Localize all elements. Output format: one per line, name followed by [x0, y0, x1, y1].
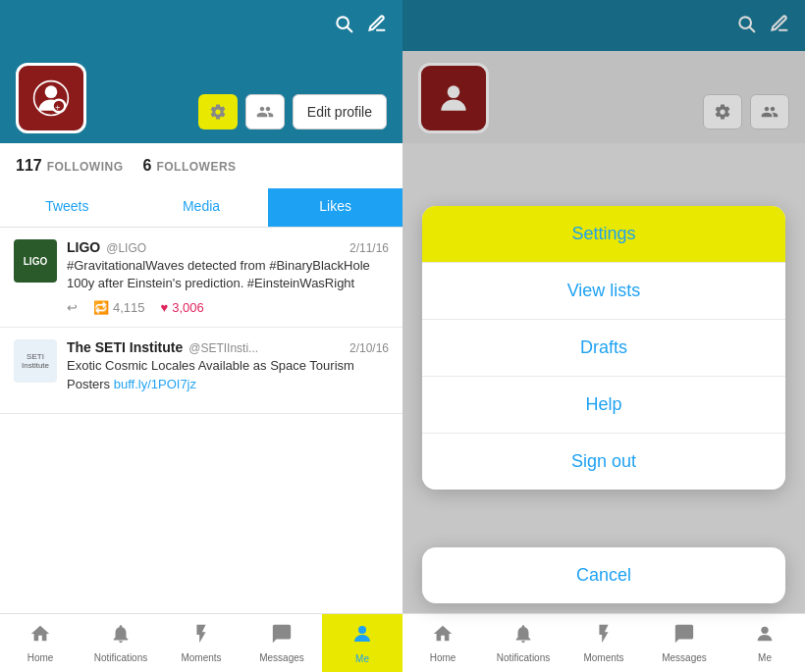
profile-actions: Edit profile — [98, 94, 387, 133]
following-count: 117 — [16, 157, 42, 175]
right-nav-me-label: Me — [758, 652, 772, 663]
left-panel: + Edit profile 117 FOLLOWING 6 FOLLOW — [0, 0, 402, 672]
nav-me[interactable]: Me — [322, 614, 402, 672]
nav-moments-label: Moments — [181, 652, 221, 663]
nav-moments[interactable]: Moments — [161, 614, 242, 672]
nav-home-label: Home — [27, 652, 54, 663]
moments-icon — [190, 623, 212, 650]
right-moments-icon — [593, 623, 615, 650]
right-nav-messages-label: Messages — [662, 652, 707, 663]
nav-notifications-label: Notifications — [94, 652, 147, 663]
like-count: ♥ 3,006 — [161, 300, 204, 315]
tweet-item-seti: SETIInstitute The SETI Institute @SETIIn… — [0, 328, 402, 413]
nav-messages-label: Messages — [259, 652, 304, 663]
tweet-link[interactable]: buff.ly/1POI7jz — [114, 377, 196, 391]
following-label: FOLLOWING — [47, 160, 124, 174]
tweet-name: The SETI Institute — [67, 339, 183, 355]
svg-line-1 — [348, 26, 352, 31]
search-icon[interactable] — [334, 14, 353, 38]
stats-row: 117 FOLLOWING 6 FOLLOWERS — [0, 143, 402, 188]
menu-help[interactable]: Help — [422, 377, 785, 434]
profile-tabs: Tweets Media Likes — [0, 188, 402, 228]
menu-settings[interactable]: Settings — [422, 206, 785, 263]
tweet-actions-ligo: ↩ 🔁 4,115 ♥ 3,006 — [67, 300, 389, 315]
menu-view-lists[interactable]: View lists — [422, 263, 785, 320]
right-messages-icon — [673, 623, 695, 650]
notifications-icon — [110, 623, 132, 650]
tweet-content-seti: The SETI Institute @SETIInsti... 2/10/16… — [67, 339, 389, 400]
tab-likes[interactable]: Likes — [268, 188, 402, 227]
tweet-text-seti: Exotic Cosmic Locales Available as Space… — [67, 357, 389, 392]
left-profile-header: + Edit profile — [0, 51, 402, 143]
right-nav-notifications-label: Notifications — [497, 652, 550, 663]
tweet-item-ligo: LIGO LIGO @LIGO 2/11/16 #GravitationalWa… — [0, 228, 402, 328]
followers-stat[interactable]: 6 FOLLOWERS — [143, 157, 237, 175]
menu-drafts[interactable]: Drafts — [422, 320, 785, 377]
avatar: + — [16, 63, 86, 133]
tweet-name: LIGO — [67, 239, 100, 255]
right-nav-messages[interactable]: Messages — [644, 614, 724, 672]
compose-icon[interactable] — [367, 14, 387, 38]
heart-icon: ♥ — [161, 300, 169, 315]
tweet-date: 2/10/16 — [349, 341, 389, 355]
menu-sign-out[interactable]: Sign out — [422, 434, 785, 490]
right-nav-moments-label: Moments — [583, 652, 623, 663]
tweet-date: 2/11/16 — [349, 241, 389, 255]
svg-point-2 — [45, 85, 58, 98]
tweet-header-ligo: LIGO @LIGO 2/11/16 — [67, 239, 389, 255]
tweet-text: #GravitationalWaves detected from #Binar… — [67, 257, 389, 292]
following-stat[interactable]: 117 FOLLOWING — [16, 157, 124, 175]
tweet-header-seti: The SETI Institute @SETIInsti... 2/10/16 — [67, 339, 389, 355]
tweet-avatar-ligo: LIGO — [14, 239, 57, 283]
left-header-bar — [0, 0, 402, 51]
right-nav-notifications[interactable]: Notifications — [483, 614, 564, 672]
edit-profile-button[interactable]: Edit profile — [293, 94, 387, 129]
cancel-button[interactable]: Cancel — [422, 547, 785, 603]
tab-tweets[interactable]: Tweets — [0, 188, 134, 227]
tweet-handle: @LIGO — [106, 241, 146, 255]
followers-count: 6 — [143, 157, 152, 175]
nav-me-label: Me — [355, 653, 369, 664]
settings-button[interactable] — [198, 94, 238, 129]
right-nav-home[interactable]: Home — [402, 614, 483, 672]
svg-text:+: + — [55, 102, 61, 113]
followers-label: FOLLOWERS — [156, 160, 236, 174]
people-button[interactable] — [245, 94, 285, 129]
right-notifications-icon — [512, 623, 534, 650]
home-icon — [29, 623, 51, 650]
right-panel: Settings View lists Drafts Help Sign out… — [402, 0, 805, 672]
nav-notifications[interactable]: Notifications — [80, 614, 161, 672]
tab-media[interactable]: Media — [134, 188, 269, 227]
svg-point-6 — [358, 626, 366, 634]
right-nav-home-label: Home — [430, 652, 456, 663]
right-nav-moments[interactable]: Moments — [564, 614, 644, 672]
me-icon — [350, 622, 374, 651]
right-home-icon — [432, 623, 454, 650]
right-nav-me[interactable]: Me — [724, 614, 805, 672]
nav-messages[interactable]: Messages — [242, 614, 322, 672]
svg-point-10 — [761, 627, 768, 634]
tweet-avatar-seti: SETIInstitute — [14, 339, 57, 383]
messages-icon — [271, 623, 293, 650]
retweet-count: 🔁 4,115 — [93, 300, 145, 315]
nav-home[interactable]: Home — [0, 614, 80, 672]
right-me-icon — [754, 623, 776, 650]
tweet-handle: @SETIInsti... — [188, 341, 258, 355]
bottom-nav: Home Notifications Moments — [0, 613, 402, 672]
tweet-content-ligo: LIGO @LIGO 2/11/16 #GravitationalWaves d… — [67, 239, 389, 315]
right-bottom-nav: Home Notifications Moments — [402, 613, 805, 672]
retweet-icon: 🔁 — [93, 300, 109, 315]
dropdown-menu: Settings View lists Drafts Help Sign out — [422, 206, 785, 490]
tweets-list: LIGO LIGO @LIGO 2/11/16 #GravitationalWa… — [0, 228, 402, 613]
reply-icon[interactable]: ↩ — [67, 300, 78, 315]
